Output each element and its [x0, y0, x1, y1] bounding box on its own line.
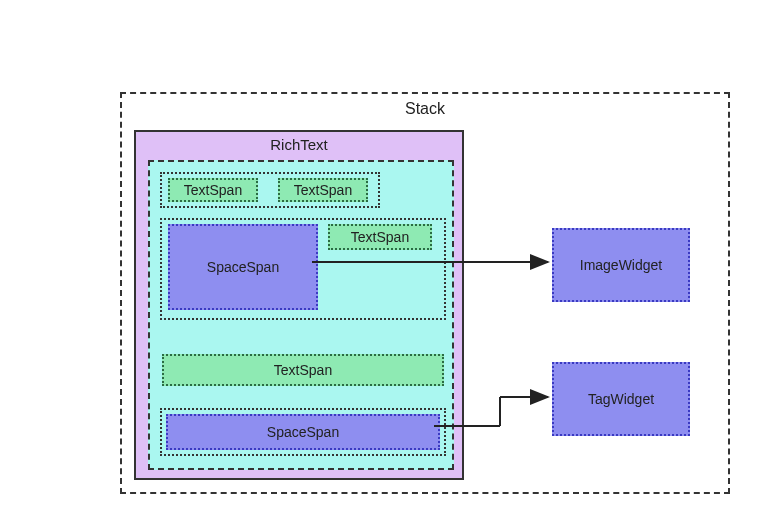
spacespan-label: SpaceSpan [267, 424, 339, 440]
textspan-1: TextSpan [168, 178, 258, 202]
spacespan-label: SpaceSpan [207, 259, 279, 275]
textspan-2: TextSpan [278, 178, 368, 202]
textspan-4: TextSpan [162, 354, 444, 386]
span-container: TextSpan TextSpan TextSpan SpaceSpan Tex… [148, 160, 454, 470]
textspan-label: TextSpan [184, 182, 242, 198]
textspan-label: TextSpan [351, 229, 409, 245]
textspan-3: TextSpan [328, 224, 432, 250]
widget-label: TagWidget [588, 391, 654, 407]
textspan-label: TextSpan [294, 182, 352, 198]
spacespan-1: SpaceSpan [168, 224, 318, 310]
spacespan-2: SpaceSpan [166, 414, 440, 450]
image-widget: ImageWidget [552, 228, 690, 302]
tag-widget: TagWidget [552, 362, 690, 436]
richtext-container: RichText TextSpan TextSpan TextSpan Spac… [134, 130, 464, 480]
richtext-title: RichText [136, 136, 462, 153]
widget-label: ImageWidget [580, 257, 662, 273]
stack-title: Stack [122, 100, 728, 118]
textspan-label: TextSpan [274, 362, 332, 378]
stack-container: Stack RichText TextSpan TextSpan TextSpa… [120, 92, 730, 494]
